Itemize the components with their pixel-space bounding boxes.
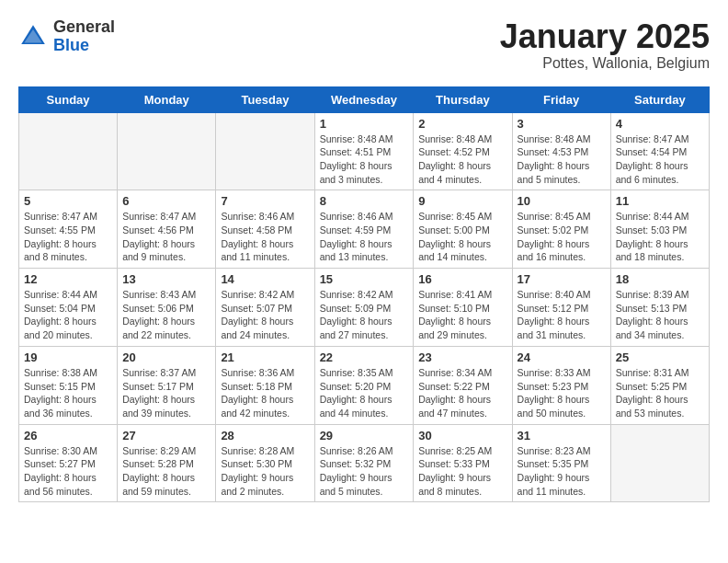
day-number: 26: [24, 429, 112, 442]
day-info: Sunrise: 8:48 AM Sunset: 4:52 PM Dayligh…: [418, 132, 506, 187]
calendar-table: SundayMondayTuesdayWednesdayThursdayFrid…: [18, 86, 710, 503]
day-number: 25: [616, 350, 704, 364]
day-info: Sunrise: 8:31 AM Sunset: 5:25 PM Dayligh…: [616, 366, 704, 420]
calendar-day-cell: 23Sunrise: 8:34 AM Sunset: 5:22 PM Dayli…: [414, 346, 512, 424]
day-info: Sunrise: 8:36 AM Sunset: 5:18 PM Dayligh…: [221, 366, 309, 420]
calendar-day-cell: [19, 112, 118, 190]
day-info: Sunrise: 8:47 AM Sunset: 4:55 PM Dayligh…: [24, 210, 112, 264]
day-number: 19: [24, 350, 112, 364]
day-info: Sunrise: 8:45 AM Sunset: 5:00 PM Dayligh…: [418, 210, 506, 264]
calendar-day-cell: 30Sunrise: 8:25 AM Sunset: 5:33 PM Dayli…: [414, 424, 512, 502]
calendar-title: January 2025: [500, 18, 710, 55]
calendar-day-cell: 21Sunrise: 8:36 AM Sunset: 5:18 PM Dayli…: [216, 346, 314, 424]
calendar-week-row: 1Sunrise: 8:48 AM Sunset: 4:51 PM Daylig…: [19, 112, 710, 190]
calendar-day-cell: 29Sunrise: 8:26 AM Sunset: 5:32 PM Dayli…: [314, 424, 414, 502]
weekday-header-monday: Monday: [118, 86, 216, 112]
day-number: 16: [418, 272, 506, 286]
day-info: Sunrise: 8:42 AM Sunset: 5:09 PM Dayligh…: [320, 288, 409, 342]
day-number: 27: [122, 429, 210, 442]
weekday-header-tuesday: Tuesday: [216, 86, 314, 112]
weekday-header-friday: Friday: [512, 86, 610, 112]
calendar-day-cell: 26Sunrise: 8:30 AM Sunset: 5:27 PM Dayli…: [19, 424, 118, 502]
calendar-day-cell: [216, 112, 314, 190]
day-number: 29: [320, 429, 409, 442]
day-info: Sunrise: 8:47 AM Sunset: 4:54 PM Dayligh…: [616, 132, 704, 187]
calendar-day-cell: 16Sunrise: 8:41 AM Sunset: 5:10 PM Dayli…: [414, 269, 512, 347]
day-info: Sunrise: 8:48 AM Sunset: 4:51 PM Dayligh…: [320, 132, 409, 187]
day-number: 23: [418, 350, 506, 364]
day-info: Sunrise: 8:30 AM Sunset: 5:27 PM Dayligh…: [24, 444, 112, 499]
day-info: Sunrise: 8:29 AM Sunset: 5:28 PM Dayligh…: [122, 444, 210, 499]
calendar-day-cell: 9Sunrise: 8:45 AM Sunset: 5:00 PM Daylig…: [414, 190, 512, 269]
day-number: 22: [320, 350, 409, 364]
calendar-day-cell: 14Sunrise: 8:42 AM Sunset: 5:07 PM Dayli…: [216, 269, 314, 347]
calendar-week-row: 12Sunrise: 8:44 AM Sunset: 5:04 PM Dayli…: [19, 269, 710, 347]
day-number: 3: [518, 117, 606, 131]
weekday-header-row: SundayMondayTuesdayWednesdayThursdayFrid…: [19, 86, 710, 112]
day-info: Sunrise: 8:39 AM Sunset: 5:13 PM Dayligh…: [616, 288, 704, 342]
title-block: January 2025 Pottes, Wallonia, Belgium: [500, 18, 710, 72]
calendar-week-row: 19Sunrise: 8:38 AM Sunset: 5:15 PM Dayli…: [19, 346, 710, 424]
day-info: Sunrise: 8:34 AM Sunset: 5:22 PM Dayligh…: [418, 366, 506, 420]
day-number: 24: [518, 350, 606, 364]
calendar-day-cell: 1Sunrise: 8:48 AM Sunset: 4:51 PM Daylig…: [314, 112, 414, 190]
weekday-header-sunday: Sunday: [19, 86, 118, 112]
day-info: Sunrise: 8:46 AM Sunset: 4:59 PM Dayligh…: [320, 210, 409, 264]
day-number: 21: [221, 350, 309, 364]
day-number: 2: [418, 117, 506, 131]
day-info: Sunrise: 8:46 AM Sunset: 4:58 PM Dayligh…: [221, 210, 309, 264]
day-number: 12: [24, 272, 112, 286]
day-info: Sunrise: 8:25 AM Sunset: 5:33 PM Dayligh…: [418, 444, 506, 499]
day-info: Sunrise: 8:35 AM Sunset: 5:20 PM Dayligh…: [320, 366, 409, 420]
day-number: 10: [518, 194, 606, 208]
day-number: 8: [320, 194, 409, 208]
day-number: 7: [221, 194, 309, 208]
day-info: Sunrise: 8:38 AM Sunset: 5:15 PM Dayligh…: [24, 366, 112, 420]
calendar-day-cell: 19Sunrise: 8:38 AM Sunset: 5:15 PM Dayli…: [19, 346, 118, 424]
calendar-day-cell: 28Sunrise: 8:28 AM Sunset: 5:30 PM Dayli…: [216, 424, 314, 502]
day-info: Sunrise: 8:45 AM Sunset: 5:02 PM Dayligh…: [518, 210, 606, 264]
logo-text: General Blue: [53, 18, 115, 55]
calendar-day-cell: 7Sunrise: 8:46 AM Sunset: 4:58 PM Daylig…: [216, 190, 314, 269]
day-info: Sunrise: 8:44 AM Sunset: 5:04 PM Dayligh…: [24, 288, 112, 342]
calendar-day-cell: 11Sunrise: 8:44 AM Sunset: 5:03 PM Dayli…: [610, 190, 709, 269]
calendar-day-cell: 17Sunrise: 8:40 AM Sunset: 5:12 PM Dayli…: [512, 269, 610, 347]
calendar-day-cell: 3Sunrise: 8:48 AM Sunset: 4:53 PM Daylig…: [512, 112, 610, 190]
day-info: Sunrise: 8:23 AM Sunset: 5:35 PM Dayligh…: [518, 444, 606, 499]
logo-icon: [18, 22, 48, 52]
day-number: 31: [518, 429, 606, 442]
day-number: 1: [320, 117, 409, 131]
day-info: Sunrise: 8:40 AM Sunset: 5:12 PM Dayligh…: [518, 288, 606, 342]
calendar-day-cell: 2Sunrise: 8:48 AM Sunset: 4:52 PM Daylig…: [414, 112, 512, 190]
calendar-subtitle: Pottes, Wallonia, Belgium: [500, 55, 710, 72]
calendar-day-cell: [118, 112, 216, 190]
day-info: Sunrise: 8:33 AM Sunset: 5:23 PM Dayligh…: [518, 366, 606, 420]
day-info: Sunrise: 8:26 AM Sunset: 5:32 PM Dayligh…: [320, 444, 409, 499]
day-number: 9: [418, 194, 506, 208]
day-info: Sunrise: 8:44 AM Sunset: 5:03 PM Dayligh…: [616, 210, 704, 264]
logo-general: General: [53, 18, 115, 37]
calendar-day-cell: 10Sunrise: 8:45 AM Sunset: 5:02 PM Dayli…: [512, 190, 610, 269]
calendar-day-cell: 15Sunrise: 8:42 AM Sunset: 5:09 PM Dayli…: [314, 269, 414, 347]
weekday-header-saturday: Saturday: [610, 86, 709, 112]
day-number: 13: [122, 272, 210, 286]
day-info: Sunrise: 8:28 AM Sunset: 5:30 PM Dayligh…: [221, 444, 309, 499]
day-number: 5: [24, 194, 112, 208]
day-info: Sunrise: 8:43 AM Sunset: 5:06 PM Dayligh…: [122, 288, 210, 342]
calendar-day-cell: 13Sunrise: 8:43 AM Sunset: 5:06 PM Dayli…: [118, 269, 216, 347]
day-number: 18: [616, 272, 704, 286]
calendar-day-cell: 4Sunrise: 8:47 AM Sunset: 4:54 PM Daylig…: [610, 112, 709, 190]
day-number: 30: [418, 429, 506, 442]
calendar-day-cell: 18Sunrise: 8:39 AM Sunset: 5:13 PM Dayli…: [610, 269, 709, 347]
day-number: 4: [616, 117, 704, 131]
calendar-day-cell: 22Sunrise: 8:35 AM Sunset: 5:20 PM Dayli…: [314, 346, 414, 424]
page-header: General Blue January 2025 Pottes, Wallon…: [18, 18, 710, 72]
calendar-day-cell: 24Sunrise: 8:33 AM Sunset: 5:23 PM Dayli…: [512, 346, 610, 424]
calendar-week-row: 5Sunrise: 8:47 AM Sunset: 4:55 PM Daylig…: [19, 190, 710, 269]
calendar-day-cell: 12Sunrise: 8:44 AM Sunset: 5:04 PM Dayli…: [19, 269, 118, 347]
calendar-day-cell: 20Sunrise: 8:37 AM Sunset: 5:17 PM Dayli…: [118, 346, 216, 424]
calendar-day-cell: 5Sunrise: 8:47 AM Sunset: 4:55 PM Daylig…: [19, 190, 118, 269]
day-number: 17: [518, 272, 606, 286]
calendar-day-cell: 31Sunrise: 8:23 AM Sunset: 5:35 PM Dayli…: [512, 424, 610, 502]
calendar-day-cell: [610, 424, 709, 502]
